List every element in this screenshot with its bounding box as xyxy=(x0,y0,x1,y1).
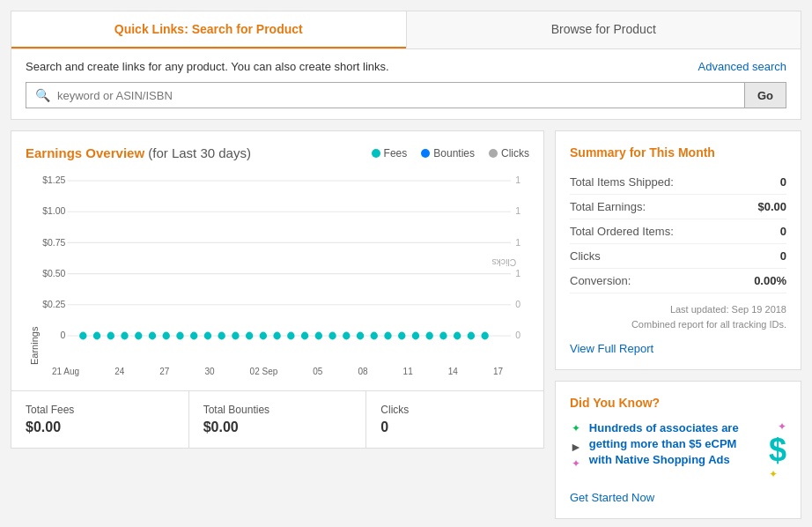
tab-search-product[interactable]: Quick Links: Search for Product xyxy=(11,11,406,48)
view-full-report-link[interactable]: View Full Report xyxy=(570,342,653,355)
did-you-know-card: Did You Know? ✦ ► ✦ Hundreds of associat… xyxy=(555,381,801,519)
svg-point-42 xyxy=(412,332,419,340)
earnings-value: $0.00 xyxy=(757,200,786,213)
svg-text:0: 0 xyxy=(61,330,66,340)
advanced-search-link[interactable]: Advanced search xyxy=(698,60,786,73)
svg-point-35 xyxy=(315,332,322,340)
svg-point-28 xyxy=(218,332,225,340)
conversion-value: 0.00% xyxy=(754,274,786,287)
svg-text:0: 0 xyxy=(515,330,520,340)
promo-content: ✦ ► ✦ Hundreds of associates are getting… xyxy=(570,420,786,480)
sparkle-top-right: ✦ xyxy=(778,420,786,433)
search-input[interactable] xyxy=(57,89,735,102)
summary-row-earnings: Total Earnings: $0.00 xyxy=(570,195,786,219)
clicks-cell: Clicks 0 xyxy=(366,391,543,448)
search-section: Search and create links for any product.… xyxy=(11,48,801,120)
summary-clicks-label: Clicks xyxy=(570,249,601,263)
svg-point-18 xyxy=(79,332,86,340)
x-label-8: 14 xyxy=(448,367,458,376)
earnings-header: Earnings Overview (for Last 30 days) Fee… xyxy=(26,145,529,160)
svg-point-41 xyxy=(398,332,405,340)
clicks-label: Clicks xyxy=(380,404,529,416)
x-label-3: 30 xyxy=(204,367,214,376)
go-button[interactable]: Go xyxy=(745,82,786,108)
get-started-link[interactable]: Get Started Now xyxy=(570,491,654,504)
x-label-9: 17 xyxy=(493,367,503,376)
legend-bounties: Bounties xyxy=(421,147,475,160)
total-fees-cell: Total Fees $0.00 xyxy=(11,391,189,448)
svg-point-23 xyxy=(149,332,156,340)
svg-point-21 xyxy=(121,332,128,340)
svg-point-45 xyxy=(454,332,461,340)
summary-title: Summary for This Month xyxy=(570,145,786,160)
svg-point-40 xyxy=(384,332,391,340)
svg-text:$1.00: $1.00 xyxy=(42,205,65,216)
clicks-value: 0 xyxy=(380,419,529,435)
svg-point-29 xyxy=(232,332,239,340)
x-label-1: 24 xyxy=(114,367,124,376)
earnings-label: Total Earnings: xyxy=(570,200,646,213)
fees-label: Fees xyxy=(384,147,408,160)
last-updated-date: Last updated: Sep 19 2018 xyxy=(570,302,786,317)
ordered-value: 0 xyxy=(780,225,786,238)
svg-point-27 xyxy=(204,332,211,340)
dollar-sign-icon: $ xyxy=(769,434,786,466)
x-label-4: 02 Sep xyxy=(250,367,278,376)
svg-point-37 xyxy=(343,332,350,340)
stats-row: Total Fees $0.00 Total Bounties $0.00 Cl… xyxy=(11,391,544,449)
svg-point-31 xyxy=(260,332,267,340)
left-panel: Earnings Overview (for Last 30 days) Fee… xyxy=(11,130,544,519)
svg-point-39 xyxy=(371,332,378,340)
summary-row-clicks: Clicks 0 xyxy=(570,244,786,269)
svg-point-34 xyxy=(301,332,308,340)
tab-search-product-label: Quick Links: Search for Product xyxy=(114,22,303,36)
search-icon: 🔍 xyxy=(35,88,50,102)
svg-text:1: 1 xyxy=(515,236,520,247)
svg-point-24 xyxy=(163,332,170,340)
x-label-2: 27 xyxy=(159,367,169,376)
earnings-title: Earnings Overview (for Last 30 days) xyxy=(26,145,251,160)
legend-fees: Fees xyxy=(372,147,408,160)
svg-point-22 xyxy=(135,332,142,340)
svg-point-19 xyxy=(93,332,100,340)
svg-text:$0.25: $0.25 xyxy=(42,299,65,309)
summary-row-shipped: Total Items Shipped: 0 xyxy=(570,170,786,195)
tab-browse-product-label: Browse for Product xyxy=(551,22,656,36)
search-description-text: Search and create links for any product.… xyxy=(26,60,389,73)
tab-browse-product[interactable]: Browse for Product xyxy=(406,11,801,48)
top-tabs: Quick Links: Search for Product Browse f… xyxy=(11,11,801,48)
sparkle-bottom-pink: ✦ xyxy=(572,457,580,470)
page-container: Quick Links: Search for Product Browse f… xyxy=(0,0,812,527)
svg-point-32 xyxy=(273,332,280,340)
search-bar: 🔍 Go xyxy=(26,82,786,108)
svg-text:$1.25: $1.25 xyxy=(42,174,65,185)
svg-point-44 xyxy=(439,332,447,340)
chart-legend: Fees Bounties Clicks xyxy=(372,147,529,160)
report-ids: Combined report for all tracking IDs. xyxy=(570,317,786,332)
svg-point-30 xyxy=(246,332,253,340)
legend-clicks: Clicks xyxy=(489,147,529,160)
main-content: Earnings Overview (for Last 30 days) Fee… xyxy=(11,130,801,527)
promo-icon-area: ✦ $ ✦ xyxy=(769,420,786,480)
conversion-label: Conversion: xyxy=(570,274,631,287)
clicks-dot xyxy=(489,149,498,158)
promo-text: Hundreds of associates are getting more … xyxy=(589,421,739,466)
total-bounties-label: Total Bounties xyxy=(203,404,352,416)
total-bounties-value: $0.00 xyxy=(203,419,352,435)
x-label-7: 11 xyxy=(403,367,413,376)
sparkle-top-green: ✦ xyxy=(572,422,580,434)
svg-text:Clicks: Clicks xyxy=(491,257,516,268)
summary-row-ordered: Total Ordered Items: 0 xyxy=(570,219,786,244)
svg-point-20 xyxy=(107,332,114,340)
svg-point-33 xyxy=(287,332,294,340)
promo-arrow-icon: ► xyxy=(570,440,582,454)
bounties-dot xyxy=(421,149,430,158)
svg-text:$0.75: $0.75 xyxy=(42,236,65,247)
svg-text:$0.50: $0.50 xyxy=(42,268,65,278)
fees-dot xyxy=(372,149,380,158)
right-panel: Summary for This Month Total Items Shipp… xyxy=(555,130,801,519)
svg-point-43 xyxy=(426,332,433,340)
x-label-5: 05 xyxy=(313,367,322,376)
summary-clicks-value: 0 xyxy=(780,249,786,263)
last-updated: Last updated: Sep 19 2018 Combined repor… xyxy=(570,302,786,331)
